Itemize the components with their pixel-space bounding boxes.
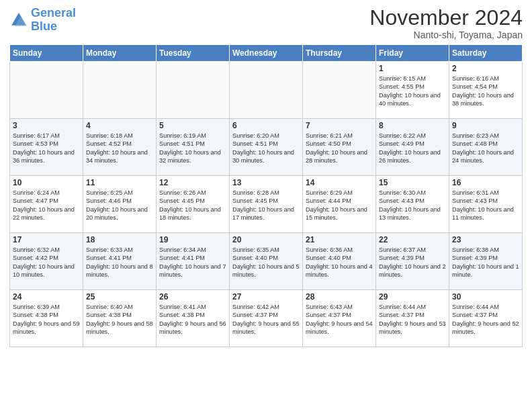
calendar-week-5: 24Sunrise: 6:39 AM Sunset: 4:38 PM Dayli…: [10, 290, 523, 347]
day-info: Sunrise: 6:34 AM Sunset: 4:41 PM Dayligh…: [159, 246, 226, 279]
weekday-row: SundayMondayTuesdayWednesdayThursdayFrid…: [10, 45, 523, 62]
calendar-cell: 18Sunrise: 6:33 AM Sunset: 4:41 PM Dayli…: [83, 233, 157, 290]
calendar-cell: 16Sunrise: 6:31 AM Sunset: 4:43 PM Dayli…: [449, 176, 523, 233]
day-number: 1: [379, 64, 446, 73]
calendar-week-1: 1Sunrise: 6:15 AM Sunset: 4:55 PM Daylig…: [10, 62, 523, 119]
logo-line1: General: [31, 6, 76, 19]
day-number: 12: [159, 178, 226, 187]
day-info: Sunrise: 6:15 AM Sunset: 4:55 PM Dayligh…: [379, 75, 446, 108]
calendar-cell: 8Sunrise: 6:22 AM Sunset: 4:49 PM Daylig…: [376, 119, 449, 176]
day-info: Sunrise: 6:23 AM Sunset: 4:48 PM Dayligh…: [452, 132, 519, 165]
weekday-header-thursday: Thursday: [303, 45, 376, 62]
day-number: 15: [379, 178, 446, 187]
calendar-cell: 24Sunrise: 6:39 AM Sunset: 4:38 PM Dayli…: [10, 290, 83, 347]
day-number: 2: [452, 64, 519, 73]
day-info: Sunrise: 6:44 AM Sunset: 4:37 PM Dayligh…: [452, 303, 519, 336]
logo-text: General Blue: [31, 7, 76, 34]
day-number: 14: [306, 178, 373, 187]
calendar-cell: 21Sunrise: 6:36 AM Sunset: 4:40 PM Dayli…: [303, 233, 376, 290]
calendar-cell: 17Sunrise: 6:32 AM Sunset: 4:42 PM Dayli…: [10, 233, 83, 290]
calendar-table: SundayMondayTuesdayWednesdayThursdayFrid…: [9, 44, 523, 347]
day-info: Sunrise: 6:20 AM Sunset: 4:51 PM Dayligh…: [232, 132, 300, 165]
day-number: 27: [232, 292, 300, 302]
day-number: 13: [232, 178, 300, 187]
calendar-cell: 1Sunrise: 6:15 AM Sunset: 4:55 PM Daylig…: [376, 62, 449, 119]
calendar-cell: [83, 62, 157, 119]
day-info: Sunrise: 6:19 AM Sunset: 4:51 PM Dayligh…: [159, 132, 226, 165]
weekday-header-friday: Friday: [376, 45, 449, 62]
day-info: Sunrise: 6:43 AM Sunset: 4:37 PM Dayligh…: [306, 303, 373, 336]
calendar-cell: 14Sunrise: 6:29 AM Sunset: 4:44 PM Dayli…: [303, 176, 376, 233]
calendar-cell: 23Sunrise: 6:38 AM Sunset: 4:39 PM Dayli…: [449, 233, 523, 290]
day-info: Sunrise: 6:28 AM Sunset: 4:45 PM Dayligh…: [232, 189, 300, 222]
day-info: Sunrise: 6:40 AM Sunset: 4:38 PM Dayligh…: [86, 303, 153, 336]
calendar-cell: 12Sunrise: 6:26 AM Sunset: 4:45 PM Dayli…: [157, 176, 230, 233]
logo-line2: Blue: [31, 19, 57, 33]
day-info: Sunrise: 6:29 AM Sunset: 4:44 PM Dayligh…: [306, 189, 373, 222]
calendar-cell: [10, 62, 83, 119]
calendar-cell: 4Sunrise: 6:18 AM Sunset: 4:52 PM Daylig…: [83, 119, 157, 176]
day-info: Sunrise: 6:17 AM Sunset: 4:53 PM Dayligh…: [13, 132, 80, 165]
day-number: 3: [13, 121, 80, 130]
day-number: 11: [86, 178, 153, 187]
day-number: 4: [86, 121, 153, 130]
day-info: Sunrise: 6:25 AM Sunset: 4:46 PM Dayligh…: [86, 189, 153, 222]
logo-icon: [9, 11, 28, 30]
calendar-cell: [157, 62, 230, 119]
page: General Blue November 2024 Nanto-shi, To…: [0, 0, 532, 354]
day-number: 17: [13, 235, 80, 244]
title-block: November 2024 Nanto-shi, Toyama, Japan: [369, 7, 523, 40]
calendar-week-4: 17Sunrise: 6:32 AM Sunset: 4:42 PM Dayli…: [10, 233, 523, 290]
calendar-cell: [230, 62, 303, 119]
day-number: 6: [232, 121, 300, 130]
weekday-header-monday: Monday: [83, 45, 157, 62]
day-info: Sunrise: 6:39 AM Sunset: 4:38 PM Dayligh…: [13, 303, 80, 336]
day-info: Sunrise: 6:18 AM Sunset: 4:52 PM Dayligh…: [86, 132, 153, 165]
day-number: 22: [379, 235, 446, 244]
day-number: 25: [86, 292, 153, 302]
logo: General Blue: [9, 7, 76, 34]
calendar-cell: 6Sunrise: 6:20 AM Sunset: 4:51 PM Daylig…: [230, 119, 303, 176]
calendar-cell: 7Sunrise: 6:21 AM Sunset: 4:50 PM Daylig…: [303, 119, 376, 176]
day-info: Sunrise: 6:41 AM Sunset: 4:38 PM Dayligh…: [159, 303, 226, 336]
calendar-cell: 29Sunrise: 6:44 AM Sunset: 4:37 PM Dayli…: [376, 290, 449, 347]
weekday-header-sunday: Sunday: [10, 45, 83, 62]
day-info: Sunrise: 6:31 AM Sunset: 4:43 PM Dayligh…: [452, 189, 519, 222]
calendar-cell: 28Sunrise: 6:43 AM Sunset: 4:37 PM Dayli…: [303, 290, 376, 347]
calendar-cell: 13Sunrise: 6:28 AM Sunset: 4:45 PM Dayli…: [230, 176, 303, 233]
calendar-cell: 15Sunrise: 6:30 AM Sunset: 4:43 PM Dayli…: [376, 176, 449, 233]
weekday-header-tuesday: Tuesday: [157, 45, 230, 62]
calendar-cell: [303, 62, 376, 119]
calendar-week-2: 3Sunrise: 6:17 AM Sunset: 4:53 PM Daylig…: [10, 119, 523, 176]
day-number: 21: [306, 235, 373, 244]
day-info: Sunrise: 6:16 AM Sunset: 4:54 PM Dayligh…: [452, 75, 519, 108]
calendar-body: 1Sunrise: 6:15 AM Sunset: 4:55 PM Daylig…: [10, 62, 523, 347]
subtitle: Nanto-shi, Toyama, Japan: [369, 30, 523, 40]
day-info: Sunrise: 6:26 AM Sunset: 4:45 PM Dayligh…: [159, 189, 226, 222]
day-number: 29: [379, 292, 446, 302]
day-info: Sunrise: 6:36 AM Sunset: 4:40 PM Dayligh…: [306, 246, 373, 279]
calendar-cell: 27Sunrise: 6:42 AM Sunset: 4:37 PM Dayli…: [230, 290, 303, 347]
calendar-cell: 3Sunrise: 6:17 AM Sunset: 4:53 PM Daylig…: [10, 119, 83, 176]
day-info: Sunrise: 6:32 AM Sunset: 4:42 PM Dayligh…: [13, 246, 80, 279]
day-number: 7: [306, 121, 373, 130]
day-info: Sunrise: 6:37 AM Sunset: 4:39 PM Dayligh…: [379, 246, 446, 279]
calendar-cell: 2Sunrise: 6:16 AM Sunset: 4:54 PM Daylig…: [449, 62, 523, 119]
day-number: 26: [159, 292, 226, 302]
day-number: 24: [13, 292, 80, 302]
calendar-cell: 9Sunrise: 6:23 AM Sunset: 4:48 PM Daylig…: [449, 119, 523, 176]
day-number: 23: [452, 235, 519, 244]
day-info: Sunrise: 6:42 AM Sunset: 4:37 PM Dayligh…: [232, 303, 300, 336]
header: General Blue November 2024 Nanto-shi, To…: [9, 7, 523, 40]
calendar-header: SundayMondayTuesdayWednesdayThursdayFrid…: [10, 45, 523, 62]
calendar-cell: 22Sunrise: 6:37 AM Sunset: 4:39 PM Dayli…: [376, 233, 449, 290]
calendar-cell: 19Sunrise: 6:34 AM Sunset: 4:41 PM Dayli…: [157, 233, 230, 290]
day-info: Sunrise: 6:35 AM Sunset: 4:40 PM Dayligh…: [232, 246, 300, 279]
month-title: November 2024: [369, 7, 523, 28]
day-info: Sunrise: 6:30 AM Sunset: 4:43 PM Dayligh…: [379, 189, 446, 222]
day-info: Sunrise: 6:38 AM Sunset: 4:39 PM Dayligh…: [452, 246, 519, 279]
day-info: Sunrise: 6:21 AM Sunset: 4:50 PM Dayligh…: [306, 132, 373, 165]
day-number: 5: [159, 121, 226, 130]
day-number: 18: [86, 235, 153, 244]
day-info: Sunrise: 6:44 AM Sunset: 4:37 PM Dayligh…: [379, 303, 446, 336]
